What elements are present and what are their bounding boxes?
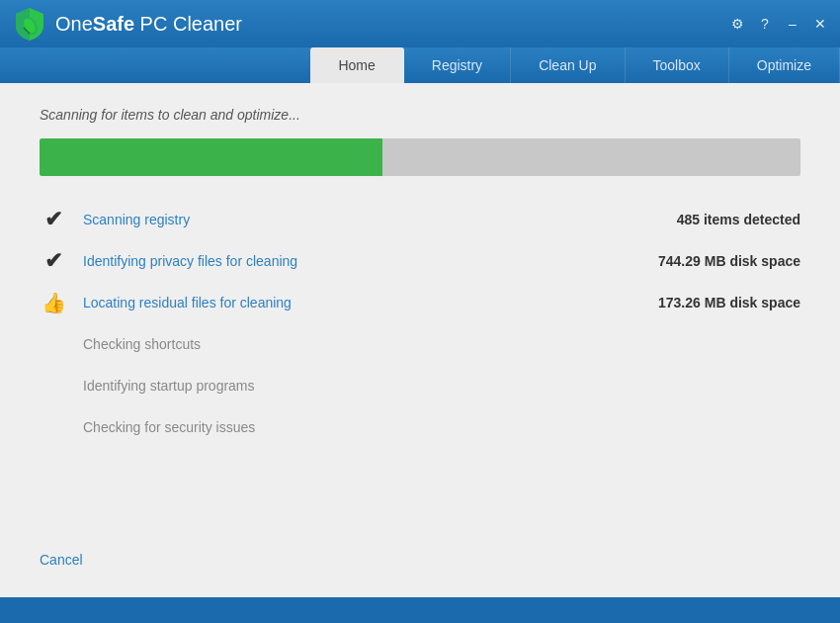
main-content: Scanning for items to clean and optimize… <box>0 83 840 597</box>
scan-item-result-registry: 485 items detected <box>603 212 800 227</box>
help-icon[interactable]: ? <box>755 14 775 34</box>
tab-cleanup[interactable]: Clean Up <box>511 47 625 83</box>
tab-toolbox[interactable]: Toolbox <box>626 47 729 83</box>
scan-item-shortcuts: Checking shortcuts <box>40 330 800 358</box>
scan-status-text: Scanning for items to clean and optimize… <box>40 107 800 123</box>
icon-placeholder-startup <box>40 372 67 400</box>
tab-home[interactable]: Home <box>310 47 403 83</box>
scan-item-label-residual: Locating residual files for cleaning <box>83 295 587 311</box>
nav-tabs: Home Registry Clean Up Toolbox Optimize <box>0 47 840 83</box>
progress-bar-fill <box>40 138 382 176</box>
scan-item-registry: ✔ Scanning registry 485 items detected <box>40 206 800 233</box>
logo-icon <box>12 6 47 42</box>
scan-item-security: Checking for security issues <box>40 413 800 441</box>
minimize-icon[interactable]: – <box>783 14 802 34</box>
cancel-button[interactable]: Cancel <box>40 552 83 568</box>
icon-placeholder-security <box>40 413 67 441</box>
scan-item-startup: Identifying startup programs <box>40 372 800 400</box>
icon-placeholder-shortcuts <box>40 330 67 358</box>
progress-bar-container <box>40 138 800 176</box>
title-bar: OneSafe PC Cleaner ⚙ ? – ✕ <box>0 0 840 47</box>
scan-items: ✔ Scanning registry 485 items detected ✔… <box>40 206 800 441</box>
logo-area: OneSafe PC Cleaner <box>12 6 242 42</box>
bottom-bar <box>0 597 840 615</box>
check-icon-registry: ✔ <box>40 206 67 233</box>
window-controls: ⚙ ? – ✕ <box>727 14 830 34</box>
close-icon[interactable]: ✕ <box>810 14 830 34</box>
scan-item-label-shortcuts: Checking shortcuts <box>83 336 587 352</box>
scan-item-label-registry: Scanning registry <box>83 212 587 227</box>
scan-item-privacy: ✔ Identifying privacy files for cleaning… <box>40 247 800 275</box>
tab-optimize[interactable]: Optimize <box>729 47 840 83</box>
settings-icon[interactable]: ⚙ <box>727 14 747 34</box>
check-icon-privacy: ✔ <box>40 247 67 275</box>
scan-item-residual: 👍 Locating residual files for cleaning 1… <box>40 289 800 316</box>
scan-item-result-privacy: 744.29 MB disk space <box>603 253 800 269</box>
scan-item-label-startup: Identifying startup programs <box>83 378 587 394</box>
thumb-icon-residual: 👍 <box>40 289 67 316</box>
tab-registry[interactable]: Registry <box>404 47 511 83</box>
scan-item-result-residual: 173.26 MB disk space <box>603 295 800 311</box>
app-title: OneSafe PC Cleaner <box>55 13 242 36</box>
scan-item-label-security: Checking for security issues <box>83 419 587 435</box>
scan-item-label-privacy: Identifying privacy files for cleaning <box>83 253 587 269</box>
